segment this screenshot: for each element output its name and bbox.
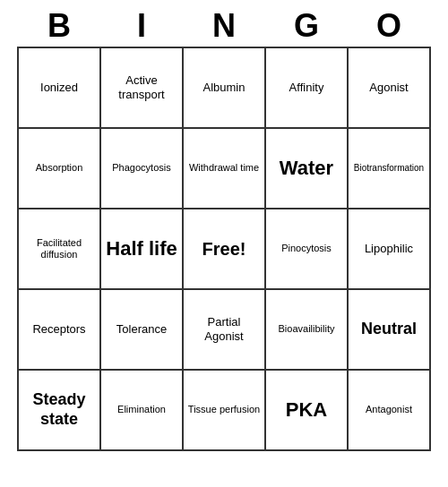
bingo-cell: Agonist bbox=[349, 48, 431, 129]
bingo-cell: Water bbox=[266, 129, 349, 209]
bingo-header: B I N G O bbox=[18, 7, 430, 45]
bingo-cell: Albumin bbox=[184, 48, 266, 129]
bingo-cell: Facilitated diffusion bbox=[19, 209, 101, 290]
bingo-cell: Active transport bbox=[101, 48, 184, 129]
bingo-cell: Bioavailibility bbox=[266, 290, 349, 371]
letter-i: I bbox=[100, 7, 183, 45]
bingo-cell: Half life bbox=[101, 209, 184, 290]
bingo-cell: Phagocytosis bbox=[101, 129, 184, 209]
bingo-cell: Absorption bbox=[19, 129, 101, 209]
bingo-grid: IonizedActive transportAlbuminAffinityAg… bbox=[17, 47, 431, 451]
bingo-cell: Lipophilic bbox=[349, 209, 431, 290]
bingo-cell: Partial Agonist bbox=[184, 290, 266, 371]
letter-g: G bbox=[265, 7, 348, 45]
bingo-cell: Withdrawal time bbox=[184, 129, 266, 209]
bingo-cell: PKA bbox=[266, 371, 349, 451]
bingo-cell: Pinocytosis bbox=[266, 209, 349, 290]
bingo-cell: Tissue perfusion bbox=[184, 371, 266, 451]
bingo-cell: Antagonist bbox=[349, 371, 431, 451]
bingo-cell: Free! bbox=[184, 209, 266, 290]
bingo-cell: Elimination bbox=[101, 371, 184, 451]
bingo-cell: Tolerance bbox=[101, 290, 184, 371]
bingo-cell: Ionized bbox=[19, 48, 101, 129]
letter-o: O bbox=[348, 7, 430, 45]
bingo-cell: Neutral bbox=[349, 290, 431, 371]
bingo-cell: Steady state bbox=[19, 371, 101, 451]
bingo-cell: Biotransformation bbox=[349, 129, 431, 209]
bingo-cell: Receptors bbox=[19, 290, 101, 371]
bingo-cell: Affinity bbox=[266, 48, 349, 129]
letter-n: N bbox=[183, 7, 265, 45]
letter-b: B bbox=[18, 7, 100, 45]
